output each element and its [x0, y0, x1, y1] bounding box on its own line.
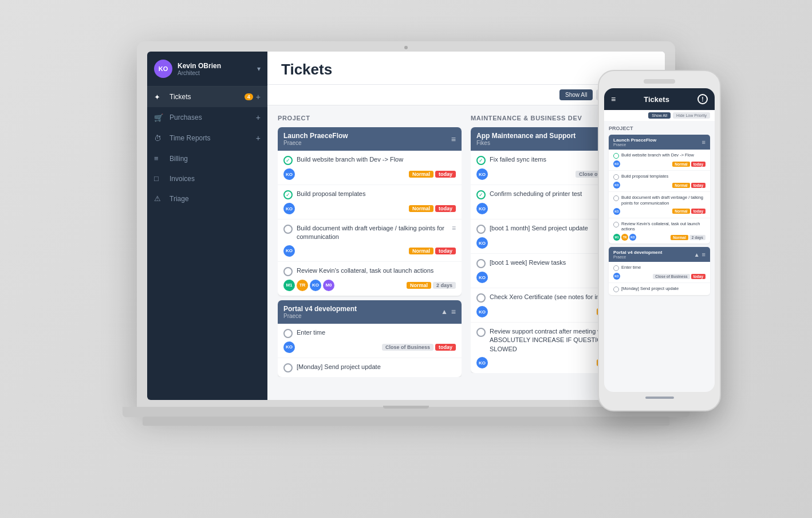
- sidebar-item-label: Time Reports: [170, 134, 256, 142]
- avatar: KO: [476, 306, 488, 317]
- cart-icon: 🛒: [154, 113, 164, 122]
- ticket-check[interactable]: [476, 328, 486, 337]
- ticket-check[interactable]: [283, 329, 293, 338]
- ticket-check[interactable]: [476, 293, 486, 303]
- avatar: KO: [476, 203, 488, 214]
- ticket-check-done[interactable]: ✓: [476, 156, 486, 165]
- mobile-content: Project Launch PraeceFlow Praece ≡: [604, 121, 715, 390]
- sidebar-item-purchases[interactable]: 🛒 Purchases +: [147, 107, 267, 128]
- card-subtitle: Fikes: [476, 140, 576, 146]
- hamburger-icon[interactable]: ≡: [611, 95, 616, 104]
- project-column: Project Launch PraeceFlow Praece: [278, 115, 462, 391]
- sidebar-item-tickets[interactable]: ✦ Tickets 4 +: [147, 87, 267, 107]
- add-time-icon[interactable]: +: [256, 134, 261, 143]
- mobile-ticket: [Monday] Send project update: [609, 283, 710, 295]
- mobile-ticket: Build website branch with Dev -> Flow KO…: [609, 150, 710, 171]
- ticket-check-done[interactable]: ✓: [283, 190, 293, 199]
- mobile-ticket-text: [Monday] Send project update: [621, 286, 679, 292]
- mobile-page-title: Tickets: [644, 95, 669, 104]
- mobile-show-all-button[interactable]: Show All: [648, 112, 671, 119]
- card-title: App Maintenance and Support: [476, 132, 576, 140]
- show-all-button[interactable]: Show All: [559, 89, 593, 100]
- mobile-card2-subtitle: Praece: [613, 255, 662, 259]
- mobile-avatar: KO: [613, 273, 620, 280]
- mobile-card-menu-icon[interactable]: ≡: [702, 139, 705, 146]
- mobile-check: [613, 195, 619, 201]
- mobile-ticket-text: Review Kevin's collateral, task out laun…: [621, 221, 705, 233]
- chevron-down-icon: ▾: [257, 65, 261, 73]
- mobile-col-title: Project: [609, 125, 710, 131]
- sidebar-item-label: Invoices: [170, 175, 261, 183]
- sidebar-item-triage[interactable]: ⚠ Triage: [147, 189, 267, 209]
- tag-today: today: [435, 205, 456, 212]
- ticket-text: Review Kevin's collateral, task out laun…: [297, 266, 456, 275]
- ticket-check[interactable]: [283, 225, 293, 234]
- mobile-ticket: Build document with draft verbiage / tal…: [609, 192, 710, 218]
- add-ticket-icon[interactable]: +: [256, 92, 261, 101]
- project-column-title: Project: [278, 115, 462, 121]
- tickets-badge: 4: [245, 93, 253, 100]
- sidebar: KO Kevin OBrien Architect ▾ ✦ Tickets 4: [147, 52, 267, 400]
- ticket-check[interactable]: [283, 267, 293, 276]
- ticket-check[interactable]: [476, 259, 486, 268]
- mobile-ticket: Build proposal templates KO Normal today: [609, 171, 710, 192]
- avatar: KO: [476, 357, 488, 368]
- card-menu-icon[interactable]: ≡: [451, 135, 456, 144]
- ticket-text: Build proposal templates: [297, 190, 456, 198]
- mobile-ticket-text: Build proposal templates: [621, 174, 668, 179]
- sidebar-item-billing[interactable]: ≡ Billing: [147, 148, 267, 168]
- card-subtitle: Praece: [283, 313, 357, 319]
- user-role: Architect: [178, 70, 257, 76]
- mobile-avatar: KO: [613, 160, 620, 167]
- mobile-check: [613, 174, 619, 180]
- mobile-avatar: KO: [613, 182, 620, 189]
- alert-icon: ⚠: [154, 194, 164, 203]
- avatar: TR: [297, 280, 308, 291]
- tag-cob: Close of Business: [382, 344, 433, 351]
- ticket-item: [Monday] Send project update: [278, 358, 462, 377]
- ticket-item: ✓ Build proposal templates KO: [278, 185, 462, 219]
- ticket-check-done[interactable]: ✓: [283, 156, 293, 165]
- tag-today: today: [435, 248, 456, 254]
- page-title: Tickets: [281, 61, 651, 79]
- tag-normal: Normal: [407, 282, 431, 289]
- mobile-check-done: [613, 153, 619, 159]
- mobile-home-bar: [645, 397, 674, 399]
- card-portal-v4: Portal v4 development Praece ▲ ≡: [278, 300, 462, 377]
- ticket-text: Build website branch with Dev -> Flow: [297, 155, 456, 164]
- ticket-item: Review Kevin's collateral, task out laun…: [278, 262, 462, 296]
- ticket-check[interactable]: [476, 225, 486, 234]
- add-purchases-icon[interactable]: +: [256, 113, 261, 122]
- mobile-card2-title: Portal v4 development: [613, 250, 662, 255]
- ticket-menu-icon[interactable]: ≡: [452, 224, 456, 232]
- list-icon: ≡: [154, 154, 164, 163]
- card-subtitle: Praece: [283, 140, 348, 146]
- mobile-card2-menu-icon[interactable]: ≡: [702, 251, 705, 258]
- avatar: KO: [476, 168, 488, 180]
- avatar: KO: [476, 237, 488, 249]
- mobile-check: [613, 287, 619, 292]
- ticket-text: [Monday] Send project update: [297, 363, 456, 371]
- ticket-item: ✓ Build website branch with Dev -> Flow …: [278, 151, 462, 185]
- ticket-text: Build document with draft verbiage / tal…: [297, 224, 448, 242]
- avatar: KO: [310, 280, 321, 291]
- avatar: KO: [283, 245, 295, 257]
- ticket-check[interactable]: [283, 363, 293, 372]
- tag-normal: Normal: [409, 171, 433, 178]
- mobile-hide-low-button[interactable]: Hide Low Priority: [673, 112, 710, 119]
- sidebar-item-invoices[interactable]: □ Invoices: [147, 168, 267, 189]
- sidebar-item-time-reports[interactable]: ⏱ Time Reports +: [147, 128, 267, 148]
- ticket-check-done[interactable]: ✓: [476, 190, 486, 199]
- card-menu-icon[interactable]: ≡: [451, 307, 456, 316]
- tag-today: today: [435, 171, 456, 178]
- sidebar-item-label: Tickets: [170, 93, 245, 101]
- document-icon: □: [154, 174, 164, 183]
- card-alert-icon: ▲: [441, 308, 448, 316]
- sidebar-item-label: Triage: [170, 195, 261, 203]
- sidebar-item-label: Purchases: [170, 113, 256, 121]
- user-header[interactable]: KO Kevin OBrien Architect ▾: [147, 52, 267, 87]
- tag-normal: Normal: [409, 205, 433, 212]
- user-name: Kevin OBrien: [178, 62, 257, 70]
- tag-today: today: [435, 344, 456, 351]
- tag-days: 2 days: [433, 282, 456, 289]
